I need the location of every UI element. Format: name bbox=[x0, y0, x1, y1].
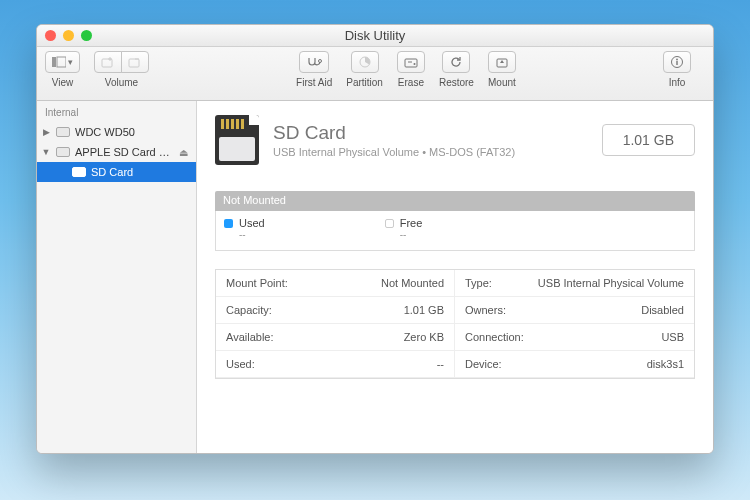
eject-icon[interactable]: ⏏ bbox=[179, 147, 188, 158]
detail-owners: Owners:Disabled bbox=[455, 297, 694, 324]
erase-icon bbox=[404, 56, 418, 68]
sidebar-item-label: SD Card bbox=[91, 166, 133, 178]
info-icon bbox=[670, 55, 684, 69]
hard-drive-icon bbox=[71, 165, 87, 179]
svg-rect-0 bbox=[52, 57, 56, 67]
sidebar-section-internal: Internal bbox=[37, 101, 196, 122]
sidebar: Internal ▶ WDC WD50 ▼ APPLE SD Card R...… bbox=[37, 101, 197, 453]
volume-add-button[interactable] bbox=[94, 51, 122, 73]
restore-icon bbox=[449, 55, 463, 69]
sidebar-item-label: APPLE SD Card R... bbox=[75, 146, 175, 158]
details-table: Mount Point:Not Mounted Type:USB Interna… bbox=[215, 269, 695, 379]
used-value: -- bbox=[239, 229, 265, 240]
detail-mount-point: Mount Point:Not Mounted bbox=[216, 270, 455, 297]
info-button[interactable] bbox=[663, 51, 691, 73]
zoom-button[interactable] bbox=[81, 30, 92, 41]
titlebar[interactable]: Disk Utility bbox=[37, 25, 713, 47]
volume-subtitle: USB Internal Physical Volume • MS-DOS (F… bbox=[273, 146, 515, 158]
svg-rect-15 bbox=[676, 61, 677, 65]
sidebar-item-wdc[interactable]: ▶ WDC WD50 bbox=[37, 122, 196, 142]
minimize-button[interactable] bbox=[63, 30, 74, 41]
used-label: Used bbox=[239, 217, 265, 229]
used-swatch: Used -- bbox=[224, 217, 265, 240]
volume-add-icon bbox=[101, 56, 115, 68]
window-controls bbox=[45, 30, 92, 41]
toolbar-restore-group: Restore bbox=[439, 51, 474, 88]
disk-utility-window: Disk Utility ▾ View Volume bbox=[36, 24, 714, 454]
sd-card-icon bbox=[215, 115, 259, 165]
erase-button[interactable] bbox=[397, 51, 425, 73]
toolbar-partition-label: Partition bbox=[346, 77, 383, 88]
stethoscope-icon bbox=[306, 56, 322, 68]
toolbar-info-label: Info bbox=[669, 77, 686, 88]
toolbar-volume-group: Volume bbox=[94, 51, 149, 88]
window-title: Disk Utility bbox=[345, 28, 406, 43]
volume-title-block: SD Card USB Internal Physical Volume • M… bbox=[273, 122, 515, 158]
svg-point-14 bbox=[676, 59, 678, 61]
svg-rect-1 bbox=[57, 57, 66, 67]
sidebar-item-label: WDC WD50 bbox=[75, 126, 135, 138]
sidebar-item-apple-sd-reader[interactable]: ▼ APPLE SD Card R... ⏏ bbox=[37, 142, 196, 162]
volume-remove-button[interactable] bbox=[121, 51, 149, 73]
disclosure-triangle-icon[interactable]: ▶ bbox=[41, 127, 51, 137]
free-label: Free bbox=[400, 217, 423, 229]
mount-icon bbox=[495, 56, 509, 68]
free-value: -- bbox=[400, 229, 423, 240]
toolbar-view-label: View bbox=[52, 77, 74, 88]
toolbar-firstaid-label: First Aid bbox=[296, 77, 332, 88]
toolbar-info-group: Info bbox=[663, 51, 691, 88]
pie-icon bbox=[358, 55, 372, 69]
chevron-down-icon: ▾ bbox=[68, 57, 73, 67]
mount-button[interactable] bbox=[488, 51, 516, 73]
toolbar-mount-label: Mount bbox=[488, 77, 516, 88]
toolbar-erase-label: Erase bbox=[398, 77, 424, 88]
free-color-icon bbox=[385, 219, 394, 228]
volume-name: SD Card bbox=[273, 122, 515, 144]
toolbar: ▾ View Volume First Aid bbox=[37, 47, 713, 101]
volume-header: SD Card USB Internal Physical Volume • M… bbox=[215, 115, 695, 165]
toolbar-erase-group: Erase bbox=[397, 51, 425, 88]
detail-available: Available:Zero KB bbox=[216, 324, 455, 351]
sidebar-item-sd-card[interactable]: SD Card bbox=[37, 162, 196, 182]
first-aid-button[interactable] bbox=[299, 51, 329, 73]
hard-drive-icon bbox=[55, 145, 71, 159]
close-button[interactable] bbox=[45, 30, 56, 41]
toolbar-restore-label: Restore bbox=[439, 77, 474, 88]
detail-connection: Connection:USB bbox=[455, 324, 694, 351]
toolbar-partition-group: Partition bbox=[346, 51, 383, 88]
hard-drive-icon bbox=[55, 125, 71, 139]
used-color-icon bbox=[224, 219, 233, 228]
detail-used: Used:-- bbox=[216, 351, 455, 378]
detail-type: Type:USB Internal Physical Volume bbox=[455, 270, 694, 297]
detail-device: Device:disk3s1 bbox=[455, 351, 694, 378]
mount-status-bar: Not Mounted bbox=[215, 191, 695, 211]
restore-button[interactable] bbox=[442, 51, 470, 73]
detail-capacity: Capacity:1.01 GB bbox=[216, 297, 455, 324]
toolbar-view-group: ▾ View bbox=[45, 51, 80, 88]
toolbar-volume-label: Volume bbox=[105, 77, 138, 88]
toolbar-firstaid-group: First Aid bbox=[296, 51, 332, 88]
volume-remove-icon bbox=[128, 56, 142, 68]
svg-rect-9 bbox=[405, 59, 417, 67]
free-swatch: Free -- bbox=[385, 217, 423, 240]
main-panel: SD Card USB Internal Physical Volume • M… bbox=[197, 101, 713, 453]
toolbar-mount-group: Mount bbox=[488, 51, 516, 88]
usage-legend: Used -- Free -- bbox=[215, 211, 695, 251]
content-body: Internal ▶ WDC WD50 ▼ APPLE SD Card R...… bbox=[37, 101, 713, 453]
disclosure-triangle-icon[interactable]: ▼ bbox=[41, 147, 51, 157]
svg-point-7 bbox=[319, 60, 322, 63]
partition-button[interactable] bbox=[351, 51, 379, 73]
svg-point-11 bbox=[413, 63, 415, 65]
capacity-badge: 1.01 GB bbox=[602, 124, 695, 156]
svg-rect-5 bbox=[129, 59, 139, 67]
view-button[interactable]: ▾ bbox=[45, 51, 80, 73]
